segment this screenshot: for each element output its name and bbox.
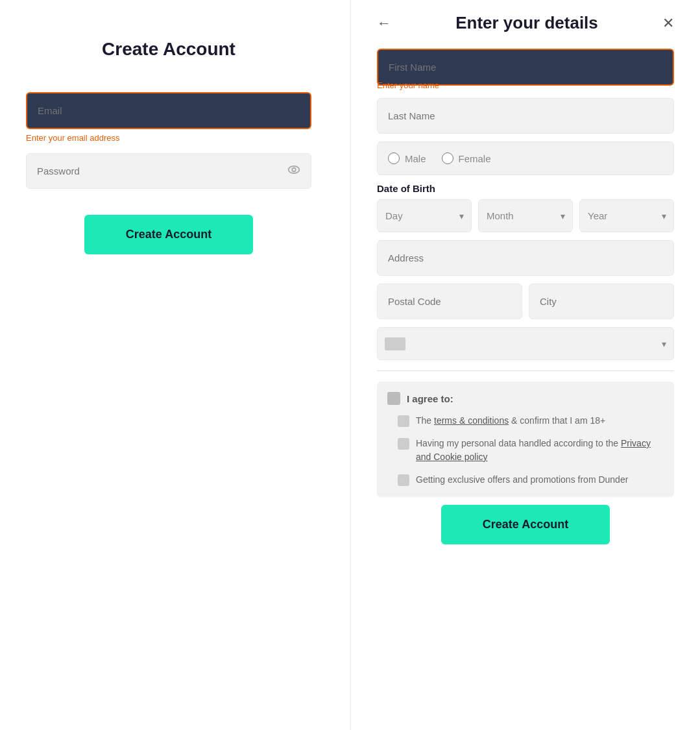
agree-privacy-checkbox[interactable] (398, 438, 409, 450)
close-button[interactable]: ✕ (662, 15, 674, 32)
day-wrapper: Day ▾ (377, 199, 472, 232)
month-wrapper: Month ▾ (478, 199, 573, 232)
gender-female-option[interactable]: Female (442, 152, 491, 164)
address-input[interactable] (377, 240, 674, 276)
agree-promotions-label: Getting exclusive offers and promotions … (416, 473, 628, 487)
day-select[interactable]: Day (377, 199, 472, 232)
dob-section: Date of Birth (377, 183, 674, 191)
agreements-section: I agree to: The terms & conditions & con… (377, 382, 674, 497)
postal-code-input[interactable] (377, 284, 522, 319)
right-form: Enter your name Male Female Date of Birt… (377, 49, 674, 544)
right-create-account-button[interactable]: Create Account (441, 505, 610, 544)
gender-male-radio[interactable] (388, 152, 400, 164)
email-error: Enter your email address (26, 133, 311, 143)
year-wrapper: Year ▾ (579, 199, 674, 232)
postal-city-row (377, 284, 674, 319)
agree-privacy-label: Having my personal data handled accordin… (416, 437, 664, 464)
left-title: Create Account (102, 39, 235, 60)
dob-row: Day ▾ Month ▾ Year ▾ (377, 199, 674, 232)
right-panel: ← Enter your details ✕ Enter your name M… (350, 0, 700, 730)
agree-terms-label: The terms & conditions & confirm that I … (416, 414, 605, 428)
city-input[interactable] (529, 284, 674, 319)
svg-point-1 (292, 167, 296, 171)
agree-all-checkbox[interactable] (387, 392, 400, 405)
agree-terms-checkbox[interactable] (398, 415, 409, 427)
agree-promotions-checkbox[interactable] (398, 474, 409, 486)
email-group: Enter your email address (26, 92, 311, 143)
gender-male-label: Male (405, 153, 426, 164)
last-name-input[interactable] (377, 98, 674, 134)
agree-privacy-row: Having my personal data handled accordin… (387, 437, 664, 464)
gender-row: Male Female (377, 141, 674, 175)
dob-label: Date of Birth (377, 183, 674, 194)
gender-female-radio[interactable] (442, 152, 453, 164)
email-input[interactable] (26, 92, 311, 129)
agree-main-label: I agree to: (407, 393, 453, 404)
gender-male-option[interactable]: Male (388, 152, 426, 164)
left-panel: Create Account Enter your email address … (0, 0, 350, 730)
agree-terms-row: The terms & conditions & confirm that I … (387, 414, 664, 428)
svg-point-0 (289, 166, 300, 173)
country-select[interactable] (377, 327, 674, 360)
divider (377, 371, 674, 371)
password-wrapper (26, 153, 311, 189)
gender-female-label: Female (459, 153, 491, 164)
password-input[interactable] (26, 153, 311, 189)
agree-promotions-row: Getting exclusive offers and promotions … (387, 473, 664, 487)
right-title: Enter your details (391, 13, 662, 33)
back-button[interactable]: ← (377, 15, 391, 32)
terms-link[interactable]: terms & conditions (434, 415, 509, 426)
agree-main-row: I agree to: (387, 392, 664, 405)
first-name-group: Enter your name (377, 49, 674, 90)
left-create-account-button[interactable]: Create Account (84, 215, 253, 254)
year-select[interactable]: Year (579, 199, 674, 232)
show-password-icon[interactable] (287, 162, 301, 180)
month-select[interactable]: Month (478, 199, 573, 232)
right-header: ← Enter your details ✕ (377, 13, 674, 33)
country-wrapper: ▾ (377, 327, 674, 360)
password-group (26, 153, 311, 189)
